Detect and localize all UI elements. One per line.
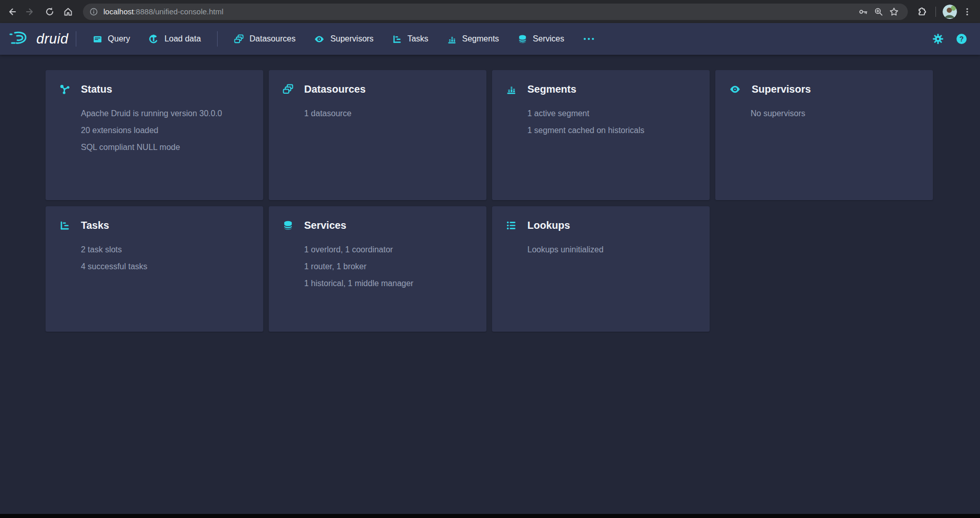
card-title: Lookups — [527, 220, 570, 231]
card-line: 1 active segment — [527, 105, 696, 122]
back-arrow-icon — [7, 7, 17, 17]
card-body: 1 overlord, 1 coordinator 1 router, 1 br… — [304, 241, 473, 292]
nav-item-load-data[interactable]: Load data — [139, 23, 210, 55]
card-line: SQL compliant NULL mode — [81, 139, 249, 156]
nav-item-label: Datasources — [249, 34, 295, 44]
card-grid: Status Apache Druid is running version 3… — [46, 70, 980, 332]
status-card[interactable]: Status Apache Druid is running version 3… — [46, 70, 263, 200]
nav-item-label: Services — [533, 34, 564, 44]
card-line: No supervisors — [751, 105, 919, 122]
bookmark-button[interactable] — [886, 4, 902, 19]
card-title: Tasks — [81, 220, 109, 231]
url-bar[interactable]: localhost:8888/unified-console.html — [83, 4, 908, 20]
tasks-gantt-icon — [392, 34, 402, 44]
card-line: Lookups uninitialized — [527, 241, 696, 258]
star-icon — [889, 7, 899, 17]
card-body: No supervisors — [751, 105, 919, 122]
datasources-stack-icon — [283, 84, 293, 95]
browser-back-button[interactable] — [3, 3, 20, 20]
card-header: Services — [283, 220, 473, 231]
card-line: 1 datasource — [304, 105, 473, 122]
card-title: Datasources — [304, 83, 366, 95]
home-icon — [63, 7, 73, 17]
nav-item-tasks[interactable]: Tasks — [383, 23, 438, 55]
password-manager-button[interactable] — [856, 4, 871, 19]
query-application-icon — [93, 34, 102, 44]
druid-logo-icon — [8, 29, 32, 49]
navbar-separator — [76, 31, 76, 47]
card-body: Apache Druid is running version 30.0.0 2… — [81, 105, 249, 156]
toolbar-separator — [935, 7, 936, 17]
datasources-card[interactable]: Datasources 1 datasource — [269, 70, 486, 200]
card-header: Tasks — [59, 220, 249, 231]
browser-reload-button[interactable] — [41, 3, 58, 20]
eye-icon — [314, 34, 325, 45]
help-icon: ? — [956, 33, 967, 45]
druid-navbar: druid Query Load data Datasources — [0, 23, 980, 55]
segments-bars-icon — [447, 34, 457, 44]
nav-item-label: Load data — [164, 34, 201, 44]
extensions-puzzle-icon — [917, 7, 927, 17]
page-info-icon[interactable] — [89, 7, 98, 16]
nav-item-segments[interactable]: Segments — [438, 23, 508, 55]
card-line: 1 historical, 1 middle manager — [304, 275, 473, 292]
services-card[interactable]: Services 1 overlord, 1 coordinator 1 rou… — [269, 206, 486, 332]
more-menu-button[interactable] — [573, 23, 604, 55]
segments-bars-icon — [506, 84, 517, 95]
nav-item-label: Segments — [462, 34, 499, 44]
nav-item-services[interactable]: Services — [508, 23, 573, 55]
card-title: Segments — [527, 83, 577, 95]
supervisors-card[interactable]: Supervisors No supervisors — [715, 70, 933, 200]
home-view: Status Apache Druid is running version 3… — [0, 55, 980, 332]
card-header: Supervisors — [729, 83, 919, 95]
card-header: Status — [59, 83, 249, 95]
svg-text:?: ? — [960, 35, 964, 43]
toolbar-right-cluster — [913, 3, 976, 20]
eye-icon — [729, 83, 741, 95]
card-line: 4 successful tasks — [81, 258, 249, 275]
profile-button[interactable] — [941, 3, 958, 20]
bottom-strip — [0, 514, 980, 518]
key-icon — [858, 7, 868, 17]
kebab-menu-icon — [963, 7, 972, 16]
services-database-icon — [518, 34, 527, 44]
browser-forward-button[interactable] — [22, 3, 39, 20]
ellipsis-icon — [583, 34, 595, 44]
segments-card[interactable]: Segments 1 active segment 1 segment cach… — [492, 70, 710, 200]
url-text: localhost:8888/unified-console.html — [103, 7, 223, 16]
navbar-separator — [217, 31, 218, 47]
card-body: 1 datasource — [304, 105, 473, 122]
lookups-card[interactable]: Lookups Lookups uninitialized — [492, 206, 710, 332]
card-line: 2 task slots — [81, 241, 249, 258]
druid-brand[interactable]: druid — [8, 29, 69, 49]
card-body: 2 task slots 4 successful tasks — [81, 241, 249, 275]
card-line: 1 segment cached on historicals — [527, 122, 696, 139]
gear-icon — [932, 33, 944, 45]
browser-menu-button[interactable] — [958, 3, 976, 20]
navbar-right-cluster: ? — [929, 30, 971, 48]
nav-item-supervisors[interactable]: Supervisors — [305, 23, 382, 55]
status-graph-icon — [59, 84, 70, 95]
card-line: Apache Druid is running version 30.0.0 — [81, 105, 249, 122]
card-line: 1 overlord, 1 coordinator — [304, 241, 473, 258]
tasks-card[interactable]: Tasks 2 task slots 4 successful tasks — [46, 206, 263, 332]
browser-home-button[interactable] — [59, 3, 77, 20]
card-title: Services — [304, 220, 346, 231]
load-data-upload-icon — [148, 34, 159, 44]
url-path: :8888/unified-console.html — [134, 7, 223, 16]
settings-button[interactable] — [929, 30, 947, 48]
nav-item-query[interactable]: Query — [83, 23, 140, 55]
card-title: Supervisors — [752, 83, 811, 95]
nav-item-label: Query — [108, 34, 131, 44]
card-header: Segments — [506, 83, 696, 95]
card-header: Lookups — [506, 220, 696, 231]
card-line: 20 extensions loaded — [81, 122, 249, 139]
lookups-list-icon — [506, 220, 517, 231]
zoom-page-button[interactable] — [871, 4, 886, 19]
extensions-button[interactable] — [913, 3, 930, 20]
datasources-stack-icon — [234, 34, 244, 44]
help-button[interactable]: ? — [952, 30, 971, 48]
browser-toolbar: localhost:8888/unified-console.html — [0, 0, 980, 23]
tasks-gantt-icon — [59, 220, 70, 231]
nav-item-datasources[interactable]: Datasources — [225, 23, 305, 55]
